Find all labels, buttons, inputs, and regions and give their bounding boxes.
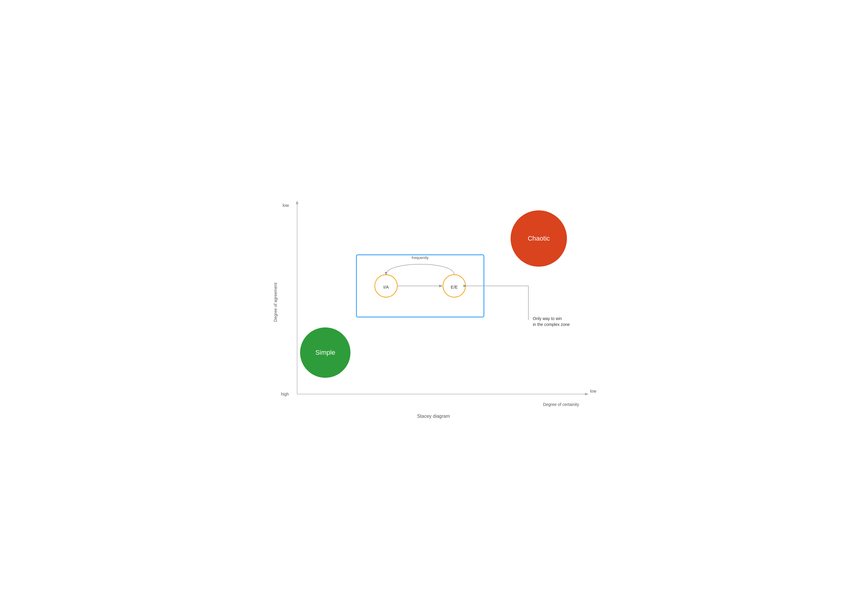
- diagram-title: Stacey diagram: [417, 413, 450, 419]
- diagram-container: low high Degree of agreement low Degree …: [270, 193, 597, 424]
- y-axis-title: Degree of agreement: [273, 282, 278, 322]
- chaotic-label: Chaotic: [528, 235, 550, 242]
- node-ee-label: E/E: [451, 284, 458, 289]
- chaotic-circle: Chaotic: [511, 211, 567, 267]
- frequently-label: frequently: [411, 255, 429, 260]
- only-way-line2: in the complex zone: [533, 322, 570, 327]
- x-axis-low-label: low: [590, 389, 597, 393]
- y-axis-high-label: high: [281, 392, 289, 396]
- y-axis-low-label: low: [282, 203, 289, 208]
- only-way-line1: Only way to win: [533, 316, 562, 321]
- arrow-ee-to-ia-curve: [386, 264, 454, 274]
- simple-circle: Simple: [300, 327, 350, 378]
- x-axis-title: Degree of certainity: [543, 402, 579, 407]
- simple-label: Simple: [315, 349, 335, 357]
- node-ia-label: I/A: [383, 284, 389, 289]
